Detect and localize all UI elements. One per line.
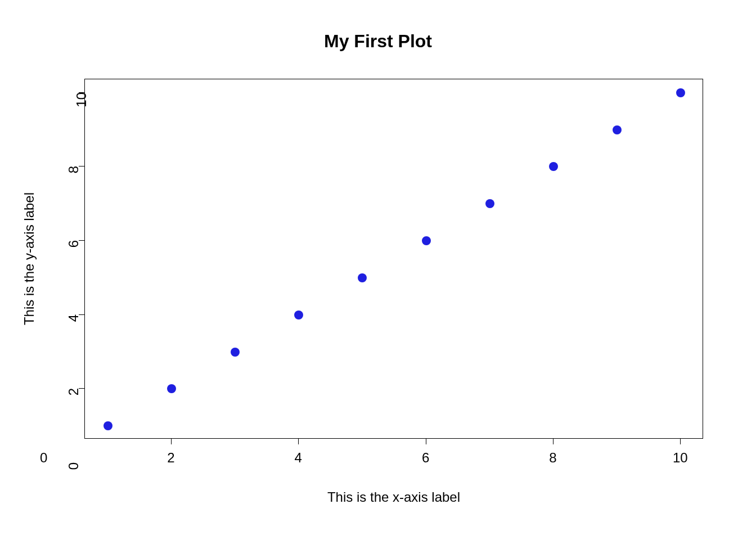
data-point	[294, 310, 303, 320]
x-tick	[171, 439, 172, 444]
data-point	[422, 236, 431, 245]
y-axis-label: This is the y-axis label	[22, 79, 36, 439]
y-tick-label: 6	[66, 240, 82, 248]
data-point	[104, 421, 112, 430]
y-tick-label: 0	[66, 462, 82, 470]
x-tick-label: 0	[40, 450, 47, 466]
x-tick-label: 10	[673, 450, 688, 466]
x-tick-label: 6	[422, 450, 429, 466]
x-axis-label: This is the x-axis label	[84, 489, 703, 505]
data-point	[231, 348, 240, 357]
x-tick-label: 8	[549, 450, 556, 466]
y-tick-label: 8	[66, 166, 82, 173]
data-point	[613, 125, 622, 134]
chart-title: My First Plot	[0, 31, 756, 52]
x-tick	[680, 439, 681, 444]
x-tick-label: 2	[167, 450, 174, 466]
data-point	[549, 162, 558, 171]
y-tick-label: 4	[66, 314, 82, 322]
x-tick-label: 4	[295, 450, 302, 466]
x-tick	[426, 439, 426, 444]
y-tick-label: 2	[66, 388, 82, 395]
data-point	[485, 199, 494, 208]
data-point	[167, 384, 176, 393]
data-point	[358, 273, 367, 282]
x-tick	[553, 439, 554, 444]
plot-area	[84, 79, 703, 439]
x-tick	[298, 439, 299, 444]
chart-container: My First Plot 0246810 0246810 This is th…	[0, 0, 756, 540]
y-tick-label: 10	[74, 92, 89, 107]
y-axis-label-text: This is the y-axis label	[21, 192, 37, 325]
data-point	[676, 88, 685, 97]
